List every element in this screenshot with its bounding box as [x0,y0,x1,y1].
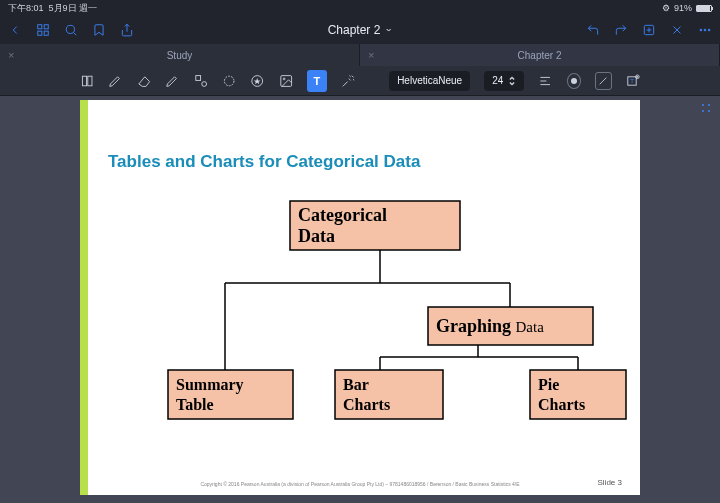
svg-line-5 [74,33,77,36]
svg-text:Table: Table [176,396,214,413]
textbox-add-icon[interactable]: T [626,73,640,89]
search-icon[interactable] [64,23,78,37]
battery-pct: 91% [674,3,692,13]
status-bar: 下午8:01 5月9日 週一 ⚙ 91% [0,0,720,16]
size-picker[interactable]: 24 [484,71,524,91]
lasso-icon[interactable] [222,73,236,89]
svg-rect-16 [88,76,92,86]
bookmark-icon[interactable] [92,23,106,37]
eraser-icon[interactable] [137,73,151,89]
svg-text:Summary: Summary [176,376,244,394]
node-root-l1: Categorical [298,205,387,225]
diagram: Categorical Data Graphing Data Summary T… [80,195,640,465]
svg-point-12 [700,29,702,31]
doc-title[interactable]: Chapter 2 [328,23,393,37]
align-icon[interactable] [538,73,552,89]
svg-line-27 [600,77,607,84]
status-time: 下午8:01 [8,3,44,13]
svg-point-14 [708,29,710,31]
svg-point-4 [66,25,74,33]
svg-text:Bar: Bar [343,376,369,393]
svg-text:Charts: Charts [343,396,390,413]
svg-rect-17 [195,75,200,80]
shapes-icon[interactable] [194,73,208,89]
slide[interactable]: Tables and Charts for Categorical Data C… [80,100,640,495]
tab-bar: × Study × Chapter 2 [0,44,720,66]
more-icon[interactable] [698,23,712,37]
title-bar: Chapter 2 [0,16,720,44]
favorites-icon[interactable] [250,73,264,89]
svg-point-19 [224,76,234,86]
svg-rect-0 [38,25,42,29]
canvas[interactable]: Tables and Charts for Categorical Data C… [0,96,720,503]
status-right: ⚙ 91% [662,3,712,13]
wifi-icon: ⚙ [662,3,670,13]
node-root-l2: Data [298,226,335,246]
undo-icon[interactable] [586,23,600,37]
box-style-icon[interactable] [595,72,611,90]
tab-chapter2[interactable]: × Chapter 2 [360,44,720,66]
svg-rect-15 [82,76,86,86]
doc-title-text: Chapter 2 [328,23,381,37]
image-icon[interactable] [279,73,293,89]
toolbar: T HelveticaNeue 24 T [0,66,720,96]
svg-text:Pie: Pie [538,376,559,393]
laser-icon[interactable] [341,73,355,89]
tab-study[interactable]: × Study [0,44,360,66]
layout-dots-icon[interactable] [700,102,714,116]
svg-text:Charts: Charts [538,396,585,413]
status-date: 5月9日 週一 [49,3,98,13]
slide-number: Slide 3 [598,478,622,487]
pages-icon[interactable] [80,73,94,89]
status-left: 下午8:01 5月9日 週一 [8,2,97,15]
slide-title: Tables and Charts for Categorical Data [108,152,420,172]
close-icon[interactable] [670,23,684,37]
svg-text:T: T [630,78,634,84]
share-icon[interactable] [120,23,134,37]
battery-icon [696,5,712,12]
back-icon[interactable] [8,23,22,37]
svg-rect-1 [44,25,48,29]
svg-text:Graphing Data: Graphing Data [436,316,544,336]
svg-point-13 [704,29,706,31]
redo-icon[interactable] [614,23,628,37]
svg-rect-2 [38,31,42,35]
stepper-icon [508,76,516,86]
tab-close-icon[interactable]: × [8,49,14,61]
font-picker[interactable]: HelveticaNeue [389,71,470,91]
svg-point-18 [201,81,206,86]
text-tool[interactable]: T [307,70,327,92]
color-picker[interactable] [567,73,582,89]
copyright: Copyright © 2016 Pearson Australia (a di… [80,481,640,487]
svg-marker-21 [254,78,261,84]
chevron-down-icon [384,26,392,34]
svg-point-23 [283,78,285,80]
pen-icon[interactable] [108,73,122,89]
tab-label: Study [167,50,193,61]
highlighter-icon[interactable] [165,73,179,89]
tab-label: Chapter 2 [518,50,562,61]
svg-rect-3 [44,31,48,35]
tab-close-icon[interactable]: × [368,49,374,61]
add-page-icon[interactable] [642,23,656,37]
grid-icon[interactable] [36,23,50,37]
